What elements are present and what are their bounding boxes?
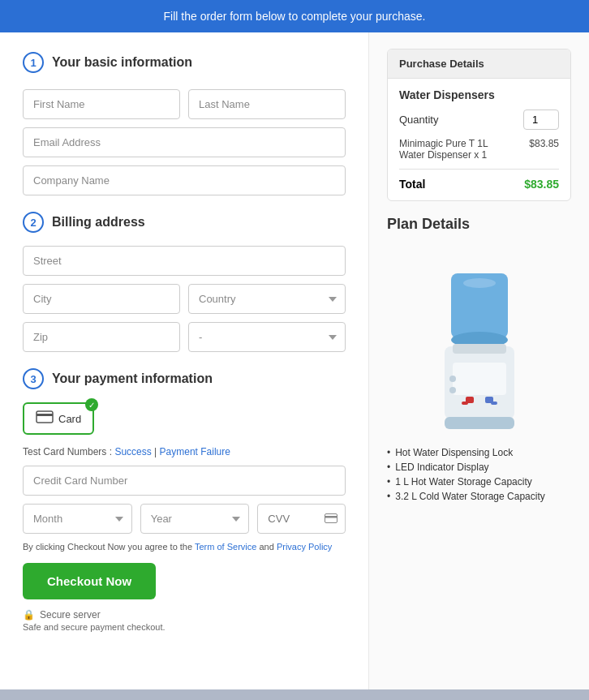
total-price: $83.85 (524, 178, 559, 191)
product-name: Water Dispensers (399, 88, 559, 101)
plan-details: Plan Details (387, 216, 571, 504)
cvv-wrapper (257, 504, 346, 534)
section3-header: 3 Your payment information (23, 368, 346, 389)
svg-point-18 (463, 278, 496, 288)
street-row (23, 246, 346, 276)
email-input[interactable] (23, 127, 346, 157)
success-link[interactable]: Success (114, 446, 151, 457)
company-input[interactable] (23, 165, 346, 195)
street-input[interactable] (23, 246, 346, 276)
purchase-details-box: Purchase Details Water Dispensers Quanti… (387, 49, 571, 201)
svg-rect-10 (453, 363, 506, 395)
zip-state-row: - (23, 322, 346, 352)
safe-text: Safe and secure payment checkout. (23, 622, 346, 632)
svg-rect-0 (37, 411, 53, 423)
svg-rect-15 (491, 402, 497, 405)
last-name-input[interactable] (188, 89, 346, 119)
card-check-icon: ✓ (85, 398, 98, 411)
svg-rect-3 (325, 516, 337, 518)
country-select[interactable]: Country (188, 284, 346, 314)
feature-item: Hot Water Dispensing Lock (387, 445, 571, 460)
section2-title: Billing address (52, 215, 145, 230)
section2-header: 2 Billing address (23, 212, 346, 233)
features-list: Hot Water Dispensing LockLED Indicator D… (387, 445, 571, 504)
svg-rect-11 (445, 417, 514, 429)
terms-link[interactable]: Term of Service (195, 542, 256, 552)
svg-rect-1 (37, 414, 53, 416)
month-select[interactable]: Month (23, 504, 132, 534)
credit-card-row (23, 466, 346, 496)
page-wrapper: Fill the order form below to complete yo… (0, 0, 589, 689)
test-card-note: Test Card Numbers : Success | Payment Fa… (23, 446, 346, 457)
dispenser-illustration (387, 243, 571, 432)
checkout-button[interactable]: Checkout Now (23, 563, 156, 599)
banner-text: Fill the order form below to complete yo… (164, 10, 426, 23)
purchase-details-body: Water Dispensers Quantity Minimagic Pure… (388, 79, 570, 200)
name-row (23, 89, 346, 119)
terms-text: By clicking Checkout Now you agree to th… (23, 542, 346, 552)
divider (399, 169, 559, 170)
year-select[interactable]: Year (140, 504, 250, 534)
terms-text-2: and (259, 542, 276, 552)
top-banner: Fill the order form below to complete yo… (0, 0, 589, 32)
feature-item: LED Indicator Display (387, 460, 571, 475)
quantity-label: Quantity (399, 114, 438, 126)
card-option[interactable]: Card ✓ (23, 402, 94, 435)
svg-point-17 (449, 387, 456, 393)
city-country-row: Country (23, 284, 346, 314)
main-content: 1 Your basic information 2 Billing addre… (0, 32, 589, 689)
zip-input[interactable] (23, 322, 180, 352)
section1-header: 1 Your basic information (23, 52, 346, 73)
card-label: Card (58, 413, 81, 425)
company-row (23, 165, 346, 195)
quantity-input[interactable] (523, 110, 559, 130)
section2-number: 2 (23, 212, 44, 233)
item-price: $83.85 (529, 138, 559, 161)
svg-rect-13 (462, 402, 468, 405)
expiry-cvv-row: Month Year (23, 504, 346, 534)
test-card-note-text: Test Card Numbers : (23, 446, 114, 457)
item-desc-text: Minimagic Pure T 1L (399, 138, 488, 149)
section3-title: Your payment information (52, 371, 213, 386)
terms-text-1: By clicking Checkout Now you agree to th… (23, 542, 195, 552)
card-icon (36, 410, 54, 427)
plan-details-title: Plan Details (387, 216, 571, 233)
credit-card-input[interactable] (23, 466, 346, 496)
item-row: Minimagic Pure T 1L Water Dispenser x 1 … (399, 138, 559, 161)
email-row (23, 127, 346, 157)
feature-item: 1 L Hot Water Storage Capacity (387, 475, 571, 489)
section1-title: Your basic information (52, 55, 192, 70)
city-input[interactable] (23, 284, 180, 314)
secure-server-text: Secure server (40, 609, 101, 621)
item-description: Minimagic Pure T 1L Water Dispenser x 1 (399, 138, 488, 161)
quantity-row: Quantity (399, 110, 559, 130)
feature-item: 3.2 L Cold Water Storage Capacity (387, 489, 571, 504)
left-panel: 1 Your basic information 2 Billing addre… (0, 32, 369, 689)
svg-point-16 (449, 376, 456, 382)
cvv-card-icon (325, 513, 337, 526)
svg-rect-2 (325, 513, 337, 522)
section3-number: 3 (23, 368, 44, 389)
section1-number: 1 (23, 52, 44, 73)
right-panel: Purchase Details Water Dispensers Quanti… (369, 32, 589, 689)
total-row: Total $83.85 (399, 178, 559, 191)
privacy-link[interactable]: Privacy Policy (277, 542, 332, 552)
secure-info: 🔒 Secure server (23, 609, 346, 621)
purchase-details-header: Purchase Details (388, 49, 570, 79)
first-name-input[interactable] (23, 89, 180, 119)
item-sub-desc: Water Dispenser x 1 (399, 149, 488, 161)
svg-rect-9 (453, 344, 506, 354)
total-label: Total (399, 178, 425, 191)
state-select[interactable]: - (188, 322, 346, 352)
lock-icon: 🔒 (23, 609, 35, 621)
failure-link[interactable]: Payment Failure (160, 446, 230, 457)
